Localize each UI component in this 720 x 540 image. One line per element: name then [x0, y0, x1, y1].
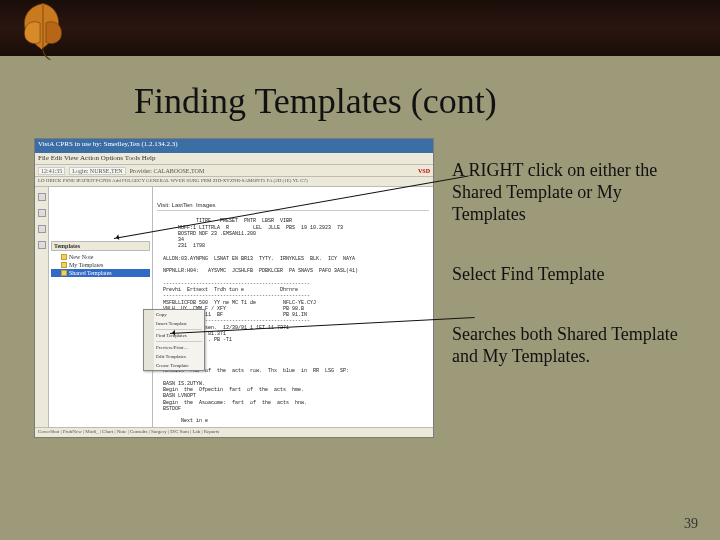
context-menu: Copy Insert Template Find Templates Prev… — [143, 309, 205, 371]
tree-header: Templates — [51, 241, 150, 251]
toolbar-time: 12:41:35 — [38, 167, 65, 175]
gutter-icon — [38, 225, 46, 233]
toolbar-provider: Provider: CALABOOSE,TOM — [130, 168, 205, 174]
note-searches-both: Searches both Shared Template and My Tem… — [452, 324, 686, 368]
cm-edit[interactable]: Edit Templates — [144, 352, 204, 361]
cm-separator — [156, 341, 202, 342]
gutter-icon — [38, 193, 46, 201]
app-subbar: LD HRICK PSNE IPATIENT-CPRS Add FULGECY … — [35, 177, 433, 187]
tree-item-new-note[interactable]: New Note — [51, 253, 150, 261]
toolbar-user: Login: NURSE,TEN — [69, 167, 125, 175]
templates-tree: Templates New Note My Templates Shared T… — [49, 187, 153, 427]
toolbar-vsd: VSD — [418, 168, 430, 174]
tree-item-label: My Templates — [69, 262, 103, 268]
slide-body: Finding Templates (cont) VistA CPRS in u… — [0, 56, 720, 540]
tree-item-label: Shared Templates — [69, 270, 112, 276]
gutter-icon — [38, 209, 46, 217]
cm-insert[interactable]: Insert Template — [144, 319, 204, 328]
note-select-find: Select Find Template — [452, 264, 686, 286]
folder-icon — [61, 262, 67, 268]
app-menubar: File Edit View Action Options Tools Help — [35, 153, 433, 165]
app-titlebar: VistA CPRS in use by: Smedley,Ten (1.2.1… — [35, 139, 433, 153]
tree-item-label: New Note — [69, 254, 94, 260]
app-toolbar: 12:41:35 Login: NURSE,TEN Provider: CALA… — [35, 165, 433, 177]
page-number: 39 — [684, 516, 698, 532]
app-screenshot: VistA CPRS in use by: Smedley,Ten (1.2.1… — [34, 138, 434, 438]
folder-icon — [61, 270, 67, 276]
tree-item-shared-templates[interactable]: Shared Templates — [51, 269, 150, 277]
cm-create[interactable]: Create Template — [144, 361, 204, 370]
gutter-icon — [38, 241, 46, 249]
tree-item-my-templates[interactable]: My Templates — [51, 261, 150, 269]
app-left-gutter — [35, 187, 49, 427]
callout-notes: A RIGHT click on either the Shared Templ… — [452, 138, 686, 438]
slide-title: Finding Templates (cont) — [134, 80, 686, 122]
cm-copy[interactable]: Copy — [144, 310, 204, 319]
leaf-decoration — [6, 0, 80, 68]
note-icon — [61, 254, 67, 260]
cm-separator — [156, 329, 202, 330]
app-tabs: CoverShot | ProbNew | Modi_ | Chart | No… — [35, 427, 433, 437]
content-row: VistA CPRS in use by: Smedley,Ten (1.2.1… — [34, 138, 686, 438]
slide-top-border — [0, 0, 720, 56]
app-body: Templates New Note My Templates Shared T… — [35, 187, 433, 427]
cm-preview[interactable]: Preview/Print… — [144, 343, 204, 352]
note-right-click: A RIGHT click on either the Shared Templ… — [452, 160, 686, 226]
